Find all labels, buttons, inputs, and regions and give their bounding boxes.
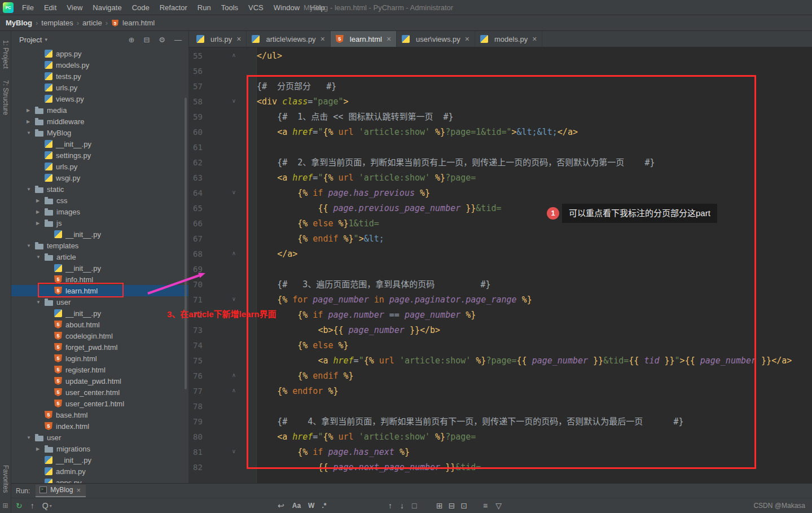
tree-item-urls-py[interactable]: urls.py	[11, 82, 188, 93]
collapse-arrow-icon[interactable]: ▼	[27, 435, 35, 440]
tree-item-base-html[interactable]: 5base.html	[11, 409, 188, 420]
tree-item-user-center1-html[interactable]: 5user_center1.html	[11, 398, 188, 409]
previous-occurrence-button[interactable]: ↑	[388, 501, 392, 510]
run-tab-myblog[interactable]: MyBlog ×	[36, 485, 86, 497]
tree-item-views-py[interactable]: views.py	[11, 93, 188, 104]
tree-item-tests-py[interactable]: tests.py	[11, 71, 188, 82]
next-occurrence-button[interactable]: ↓	[400, 501, 404, 510]
close-tab-icon[interactable]: ×	[236, 34, 241, 43]
code-line[interactable]	[257, 262, 812, 277]
tree-item-about-html[interactable]: 5about.html	[11, 319, 188, 330]
tree-item-myblog[interactable]: ▼MyBlog	[11, 127, 188, 138]
menu-navigate[interactable]: Navigate	[87, 3, 126, 12]
editor-tab-urls-py[interactable]: urls.py×	[191, 31, 247, 47]
tool-window-button-1-project[interactable]: 1: Project	[2, 40, 10, 69]
gear-icon[interactable]: ⚙	[159, 36, 165, 44]
expand-arrow-icon[interactable]: ▶	[36, 446, 45, 451]
fold-marker-icon[interactable]: ∧	[232, 52, 236, 58]
menu-file[interactable]: File	[17, 3, 39, 12]
collapse-arrow-icon[interactable]: ▼	[27, 187, 35, 192]
code-line[interactable]: <a href="{% url 'article:show' %}?page=	[257, 170, 812, 186]
tree-item-init-py[interactable]: __init__.py	[11, 229, 188, 240]
tree-item-article[interactable]: ▼article	[11, 251, 188, 262]
tree-item-apps-py[interactable]: apps.py	[11, 477, 188, 483]
code-line[interactable]: </ul>	[257, 49, 812, 64]
project-panel-title[interactable]: Project	[19, 36, 42, 44]
breadcrumb-item-article[interactable]: article	[82, 19, 102, 27]
close-tab-icon[interactable]: ×	[387, 34, 391, 43]
code-line[interactable]: {# 2、拿到当前页面，判断如果当前页有上一页，则传递上一页的页码，否则默认为第…	[257, 155, 812, 170]
console-search-field[interactable]: Q▾	[42, 501, 52, 510]
fold-marker-icon[interactable]: ∨	[232, 448, 236, 454]
tree-item-apps-py[interactable]: apps.py	[11, 48, 188, 59]
code-line[interactable]: {% if page.has_previous %}	[257, 186, 812, 201]
tree-item-init-py[interactable]: __init__.py	[11, 138, 188, 150]
close-icon[interactable]: ×	[76, 486, 81, 494]
edit-filter-icon[interactable]: ⊡	[460, 501, 467, 510]
tree-item-media[interactable]: ▶media	[11, 104, 188, 116]
tree-item-update-pwd-html[interactable]: 5update_pwd.html	[11, 375, 188, 387]
tree-item-init-py[interactable]: __init__.py	[11, 308, 188, 319]
breadcrumb-item-learn-html[interactable]: learn.html	[122, 19, 155, 27]
tree-item-templates[interactable]: ▼templates	[11, 240, 188, 251]
code-line[interactable]: {% endif %}	[257, 369, 812, 384]
expand-arrow-icon[interactable]: ▶	[36, 198, 45, 203]
code-line[interactable]: <a href="{% url 'article:show' %}?page=	[257, 429, 812, 445]
tree-item-index-html[interactable]: 5index.html	[11, 420, 188, 432]
fold-marker-icon[interactable]: ∧	[232, 372, 236, 378]
collapse-all-icon[interactable]: ⊟	[143, 36, 150, 44]
code-line[interactable]: {# 3、遍历页面范围，拿到具体的页码 #}	[257, 277, 812, 292]
tree-item-wsgi-py[interactable]: wsgi.py	[11, 172, 188, 183]
tree-item-register-html[interactable]: 5register.html	[11, 364, 188, 375]
code-line[interactable]: </a>	[257, 247, 812, 262]
tree-item-login-html[interactable]: 5login.html	[11, 353, 188, 364]
editor-code[interactable]: </ul>{# 分页部分 #}<div class="page"> {# 1、点…	[257, 47, 812, 483]
code-line[interactable]: {% endfor %}	[257, 384, 812, 399]
collapse-arrow-icon[interactable]: ▼	[36, 300, 45, 305]
scroll-to-top-button[interactable]: ↑	[30, 501, 34, 510]
tree-item-user-center-html[interactable]: 5user_center.html	[11, 387, 188, 398]
tree-item-info-html[interactable]: 5info.html	[11, 274, 188, 285]
collapse-arrow-icon[interactable]: ▼	[27, 243, 35, 248]
breadcrumb-item-myblog[interactable]: MyBlog	[6, 19, 32, 27]
code-line[interactable]: {{ page.previous_page_number }}&tid=	[257, 201, 812, 216]
filter-lines-icon[interactable]: ≡	[483, 501, 488, 510]
code-line[interactable]: {# 4、拿到当前页面，判断如果当前页有下一页，则传递下一页的页码，否则默认为最…	[257, 414, 812, 429]
remove-filter-icon[interactable]: ⊟	[449, 501, 455, 510]
menu-tools[interactable]: Tools	[216, 3, 243, 12]
locate-file-icon[interactable]: ⊕	[129, 36, 135, 44]
fold-marker-icon[interactable]: ∨	[232, 98, 236, 104]
code-line[interactable]	[257, 140, 812, 155]
tree-item-codelogin-html[interactable]: 5codelogin.html	[11, 330, 188, 341]
code-line[interactable]: {{ page.next_page_number }}&tid=	[257, 460, 812, 475]
rerun-button[interactable]: ↻	[16, 501, 23, 510]
code-line[interactable]: {% if page.has_next %}	[257, 445, 812, 460]
expand-arrow-icon[interactable]: ▶	[27, 119, 35, 124]
code-line[interactable]	[257, 399, 812, 414]
menu-view[interactable]: View	[62, 3, 87, 12]
menu-vcs[interactable]: VCS	[243, 3, 269, 12]
menu-refactor[interactable]: Refactor	[155, 3, 192, 12]
menu-window[interactable]: Window	[269, 3, 305, 12]
tree-item-static[interactable]: ▼static	[11, 183, 188, 195]
restore-windows-icon[interactable]: ⊞	[2, 502, 8, 510]
editor-tab-article-views-py[interactable]: article\views.py×	[247, 31, 330, 47]
tree-item-migrations[interactable]: ▶migrations	[11, 443, 188, 454]
close-tab-icon[interactable]: ×	[321, 34, 325, 43]
code-line[interactable]: {% else %}1&tid=	[257, 216, 812, 231]
tree-item-js[interactable]: ▶js	[11, 217, 188, 229]
tree-item-middleware[interactable]: ▶middleware	[11, 116, 188, 127]
soft-wrap-icon[interactable]: ↩	[278, 501, 284, 510]
expand-arrow-icon[interactable]: ▶	[36, 221, 45, 226]
fold-marker-icon[interactable]: ∨	[232, 296, 236, 302]
chevron-down-icon[interactable]: ▾	[45, 37, 47, 42]
code-line[interactable]: {% if page.number == page_number %}	[257, 308, 812, 323]
tree-item-css[interactable]: ▶css	[11, 195, 188, 206]
words-toggle[interactable]: W	[308, 502, 314, 510]
close-tab-icon[interactable]: ×	[465, 34, 469, 43]
tree-item-init-py[interactable]: __init__.py	[11, 454, 188, 466]
tree-item-admin-py[interactable]: admin.py	[11, 466, 188, 477]
fold-marker-icon[interactable]: ∧	[232, 387, 236, 393]
tree-item-models-py[interactable]: models.py	[11, 59, 188, 71]
regex-toggle[interactable]: .*	[322, 502, 326, 510]
